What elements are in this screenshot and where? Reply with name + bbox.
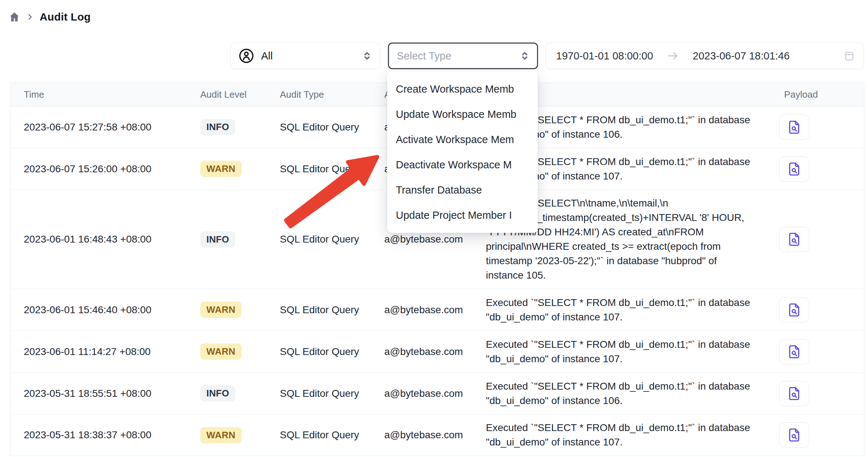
actor-cell: a@bytebase.com: [384, 304, 486, 316]
type-dropdown-option[interactable]: Deactivate Workspace M: [387, 152, 538, 177]
actor-filter-select[interactable]: All: [231, 43, 380, 69]
time-cell: 2023-06-01 16:48:43 +08:00: [11, 234, 200, 245]
payload-cell: [768, 115, 865, 140]
chevrons-up-down-icon: [361, 50, 373, 62]
audit-level-cell: WARN: [200, 427, 280, 443]
type-dropdown-option[interactable]: Update Workspace Memb: [387, 102, 538, 127]
audit-level-badge: WARN: [200, 343, 242, 360]
payload-cell: [768, 227, 865, 252]
payload-cell: [768, 422, 865, 448]
time-cell: 2023-06-01 15:46:40 +08:00: [11, 304, 200, 316]
home-icon[interactable]: [9, 11, 20, 23]
column-header-audit-level: Audit Level: [200, 89, 280, 100]
table-row: 2023-06-01 11:14:27 +08:00 WARN SQL Edit…: [11, 331, 864, 373]
table-row: 2023-05-31 18:55:51 +08:00 INFO SQL Edit…: [11, 373, 864, 414]
time-cell: 2023-05-31 18:55:51 +08:00: [11, 388, 200, 399]
chevrons-up-down-icon: [519, 50, 531, 62]
type-dropdown-option[interactable]: Activate Workspace Mem: [387, 127, 538, 152]
audit-level-cell: WARN: [200, 302, 280, 318]
filter-bar: All Select Type 1970-01-01 08:00:00 2023…: [231, 43, 864, 69]
audit-type-cell: SQL Editor Query: [280, 388, 384, 399]
table-row: 2023-06-01 15:46:40 +08:00 WARN SQL Edit…: [11, 289, 864, 331]
audit-level-cell: WARN: [200, 161, 280, 177]
file-search-icon: [786, 231, 802, 247]
page-title: Audit Log: [40, 11, 91, 23]
type-dropdown-option[interactable]: Transfer Database: [387, 177, 538, 203]
actor-cell: a@bytebase.com: [384, 429, 486, 441]
arrow-right-icon: [667, 50, 679, 62]
actor-cell: a@bytebase.com: [384, 388, 486, 399]
file-search-icon: [786, 344, 802, 360]
payload-cell: [768, 156, 865, 182]
file-search-icon: [786, 427, 802, 443]
payload-cell: [768, 381, 865, 406]
file-search-icon: [786, 119, 802, 135]
audit-level-badge: WARN: [200, 302, 242, 318]
type-dropdown: Create Workspace MembUpdate Workspace Me…: [387, 71, 538, 233]
audit-type-cell: SQL Editor Query: [280, 121, 384, 133]
audit-type-cell: SQL Editor Query: [280, 163, 384, 175]
audit-level-cell: INFO: [200, 385, 280, 401]
file-search-icon: [786, 161, 802, 177]
payload-cell: [768, 339, 865, 364]
payload-button[interactable]: [779, 227, 809, 252]
payload-button[interactable]: [779, 115, 809, 140]
actor-filter-value: All: [261, 50, 273, 62]
payload-cell: [768, 297, 865, 323]
column-header-payload: Payload: [768, 89, 865, 100]
type-dropdown-option[interactable]: Create Workspace Memb: [387, 76, 538, 102]
column-header-time: Time: [11, 89, 200, 100]
time-cell: 2023-06-07 15:26:00 +08:00: [11, 163, 200, 175]
audit-type-cell: SQL Editor Query: [280, 346, 384, 358]
type-dropdown-option[interactable]: Update Project Member I: [387, 203, 538, 228]
date-range-end[interactable]: 2023-06-07 18:01:46: [693, 50, 789, 62]
person-circle-icon: [238, 48, 255, 64]
comment-cell: Executed `"SELECT * FROM db_ui_demo.t1;"…: [486, 289, 768, 330]
date-range-start[interactable]: 1970-01-01 08:00:00: [556, 50, 653, 62]
time-cell: 2023-05-31 18:38:37 +08:00: [11, 429, 200, 441]
type-filter-select[interactable]: Select Type: [388, 43, 538, 69]
audit-level-cell: INFO: [200, 231, 280, 248]
file-search-icon: [786, 302, 802, 318]
payload-button[interactable]: [779, 156, 809, 182]
payload-button[interactable]: [779, 297, 809, 323]
comment-cell: Executed `"SELECT * FROM db_ui_demo.t1;"…: [486, 414, 768, 456]
calendar-icon: [844, 50, 855, 62]
table-row: 2023-05-31 18:38:37 +08:00 WARN SQL Edit…: [11, 414, 864, 456]
actor-cell: a@bytebase.com: [384, 234, 486, 245]
audit-type-cell: SQL Editor Query: [280, 304, 384, 316]
audit-type-cell: SQL Editor Query: [280, 429, 384, 441]
date-range-picker[interactable]: 1970-01-01 08:00:00 2023-06-07 18:01:46: [546, 43, 864, 69]
comment-cell: Executed `"SELECT * FROM db_ui_demo.t1;"…: [486, 373, 768, 414]
time-cell: 2023-06-01 11:14:27 +08:00: [11, 346, 200, 358]
audit-level-badge: WARN: [200, 161, 242, 177]
payload-button[interactable]: [779, 381, 809, 406]
audit-level-cell: WARN: [200, 343, 280, 360]
audit-level-badge: INFO: [200, 385, 235, 401]
audit-level-cell: INFO: [200, 119, 280, 135]
payload-button[interactable]: [779, 422, 809, 448]
payload-button[interactable]: [779, 339, 809, 364]
audit-level-badge: INFO: [200, 231, 235, 248]
chevron-right-icon: [26, 13, 34, 21]
file-search-icon: [786, 386, 802, 401]
audit-type-cell: SQL Editor Query: [280, 234, 384, 245]
comment-cell: Executed `"SELECT * FROM db_ui_demo.t1;"…: [486, 331, 768, 372]
breadcrumb: Audit Log: [9, 11, 91, 23]
type-filter-placeholder: Select Type: [397, 50, 451, 62]
audit-level-badge: INFO: [200, 119, 235, 135]
time-cell: 2023-06-07 15:27:58 +08:00: [11, 121, 200, 133]
actor-cell: a@bytebase.com: [384, 346, 486, 358]
audit-level-badge: WARN: [200, 427, 242, 443]
column-header-audit-type: Audit Type: [280, 89, 384, 100]
